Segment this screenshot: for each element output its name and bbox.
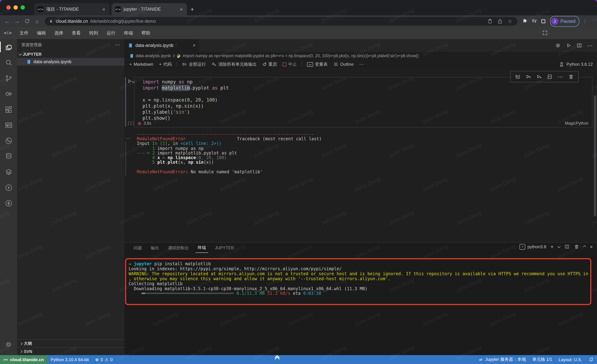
profile-button[interactable]: J Paused <box>550 16 579 26</box>
python-interpreter-status[interactable]: Python 3.10.4 64-bit <box>47 357 92 362</box>
menu-help[interactable]: 帮助 <box>138 29 154 38</box>
breadcrumb-cell-preview[interactable]: import numpy as np↵import matplotlib.pyp… <box>183 53 419 58</box>
activitybar-gateway[interactable] <box>0 195 17 211</box>
svn-section[interactable]: SVN <box>17 347 124 355</box>
delete-cell-icon[interactable] <box>568 74 574 79</box>
manage-button[interactable] <box>0 337 17 352</box>
run-notebook-icon[interactable] <box>566 43 571 48</box>
activitybar-thunder[interactable] <box>0 180 17 195</box>
close-panel-icon[interactable]: × <box>590 244 593 249</box>
panel-tab-jupyter[interactable]: JUPYTER <box>213 244 236 252</box>
code-cell[interactable]: import numpy as npimport matplotlib.pypl… <box>134 77 592 127</box>
breadcrumb[interactable]: data-analysis.ipynb import numpy as np↵i… <box>124 52 597 60</box>
run-cells-below-icon[interactable] <box>536 74 542 79</box>
execute-above-icon[interactable] <box>515 74 521 79</box>
close-tab-icon[interactable]: × <box>179 7 183 12</box>
home-icon[interactable]: ⌂ <box>33 17 41 25</box>
breadcrumb-file[interactable]: data-analysis.ipynb <box>136 54 171 58</box>
menu-file[interactable]: 文件 <box>16 29 32 38</box>
panel-tab-output[interactable]: 输出 <box>149 243 161 253</box>
add-code-button[interactable]: +代码 <box>157 61 174 68</box>
variables-button[interactable]: (x)变量表 <box>305 61 330 68</box>
remote-indicator[interactable]: >< cloud.titanide.cn <box>0 355 47 364</box>
activitybar-search[interactable] <box>0 55 17 70</box>
interrupt-button[interactable]: 中止 <box>280 61 299 68</box>
cell-more-actions-icon[interactable]: ⋯ <box>558 73 563 80</box>
editor-tab-notebook[interactable]: data-analysis.ipynb × <box>124 39 199 52</box>
new-tab-button[interactable]: + <box>190 6 194 13</box>
browser-tab-project[interactable]: <t> 项目 - TITANIDE × <box>34 3 110 15</box>
problems-status[interactable]: ⊗ 0 ⚠ 0 <box>92 357 116 362</box>
activitybar-database[interactable] <box>0 148 17 164</box>
panel-tab-terminal[interactable]: 终端 <box>196 243 208 253</box>
close-editor-tab-icon[interactable]: × <box>193 43 196 48</box>
split-editor-icon[interactable] <box>576 43 582 48</box>
explorer-section-jupyter[interactable]: JUPYTER <box>17 50 124 58</box>
split-terminal-icon[interactable] <box>564 244 570 249</box>
file-item-notebook[interactable]: data-analysis.ipynb <box>17 58 124 66</box>
activitybar-preview[interactable] <box>0 117 17 133</box>
activitybar-run-debug[interactable] <box>0 86 17 101</box>
forward-icon[interactable]: → <box>13 17 21 25</box>
browser-tab-jupyter[interactable]: <t> jupyter - TITANIDE × <box>112 3 187 15</box>
clear-outputs-button[interactable]: 清除所有单元格输出 <box>210 61 259 68</box>
back-icon[interactable]: ← <box>3 17 11 25</box>
extensions-puzzle-icon[interactable] <box>521 17 529 25</box>
keyboard-layout-status[interactable]: Layout: U.S. <box>555 357 585 362</box>
run-cells-above-icon[interactable] <box>526 74 531 79</box>
notebook-scroll-area[interactable]: import numpy as npimport matplotlib.pypl… <box>124 69 597 242</box>
activitybar-explorer[interactable] <box>0 39 17 55</box>
panel-tab-problems[interactable]: 问题 <box>132 243 144 253</box>
close-tab-icon[interactable]: × <box>102 7 106 12</box>
restart-kernel-button[interactable]: ↺重启 <box>260 61 279 68</box>
menu-selection[interactable]: 选择 <box>50 29 67 38</box>
menu-terminal[interactable]: 终端 <box>120 29 137 38</box>
notifications-bell-icon[interactable] <box>585 357 597 362</box>
restore-panel-chevrons[interactable] <box>275 356 279 361</box>
menu-run[interactable]: 运行 <box>103 29 119 38</box>
menu-edit[interactable]: 编辑 <box>33 29 50 38</box>
activitybar-source-control[interactable] <box>0 70 17 86</box>
jupyter-server-status[interactable]: Jupyter 服务器：本地 <box>475 356 529 363</box>
editor-more-actions-icon[interactable]: ⋯ <box>587 42 593 49</box>
split-cell-icon[interactable] <box>547 74 553 79</box>
toolbar-more-icon[interactable]: ⋯ <box>357 62 366 67</box>
reload-icon[interactable] <box>23 17 31 25</box>
terminal-output[interactable]: → jupyter pip install matplotlibLooking … <box>129 262 589 296</box>
terminal-instance[interactable]: > python3.8 <box>520 244 546 249</box>
minimize-window-button[interactable] <box>14 5 18 10</box>
reading-list-icon[interactable] <box>530 17 538 25</box>
cell-position-status[interactable]: 单元格 1/1 <box>529 356 555 363</box>
activitybar-git-graph[interactable] <box>0 133 17 148</box>
bookmark-star-icon[interactable]: ☆ <box>506 17 514 25</box>
share-icon[interactable] <box>496 17 504 25</box>
outline-section[interactable]: 大纲 <box>17 340 124 347</box>
new-terminal-icon[interactable]: + <box>550 244 554 250</box>
macos-window-controls[interactable] <box>6 5 25 10</box>
browser-menu-kebab-icon[interactable]: ⋮ <box>581 17 589 25</box>
maximize-window-button[interactable] <box>21 5 25 10</box>
menu-goto[interactable]: 转到 <box>85 29 102 38</box>
cell-language-picker[interactable]: MagicPython <box>565 121 589 125</box>
terminal-dropdown-chevron-icon[interactable] <box>557 245 560 248</box>
run-cell-button[interactable] <box>127 78 135 84</box>
panel-tab-debug-console[interactable]: 调试控制台 <box>166 243 191 253</box>
close-window-button[interactable] <box>6 5 11 10</box>
activitybar-layers[interactable] <box>0 164 17 180</box>
sidebar-more-actions-icon[interactable]: ⋯ <box>115 42 120 47</box>
address-bar[interactable]: cloud.titanide.cn/ide/web/coding/jupyter… <box>45 17 517 25</box>
fullscreen-icon[interactable] <box>542 30 548 36</box>
outline-button[interactable]: Outline <box>331 61 356 68</box>
activitybar-extensions[interactable] <box>0 101 17 117</box>
side-panel-icon[interactable] <box>539 17 547 25</box>
run-all-button[interactable]: 全部运行 <box>180 61 208 68</box>
menu-view[interactable]: 查看 <box>68 29 85 38</box>
cell-code-editor[interactable]: import numpy as npimport matplotlib.pypl… <box>142 79 229 121</box>
output-collapse-button[interactable]: ⋯ <box>126 136 130 141</box>
kill-terminal-icon[interactable] <box>574 244 579 249</box>
notebook-settings-gear-icon[interactable] <box>555 43 561 48</box>
kernel-picker[interactable]: Python 3.8.12 <box>559 62 594 67</box>
maximize-panel-chevron-icon[interactable] <box>583 245 586 248</box>
clipboard-icon[interactable] <box>486 17 494 25</box>
add-markdown-button[interactable]: +Markdown <box>127 61 156 68</box>
